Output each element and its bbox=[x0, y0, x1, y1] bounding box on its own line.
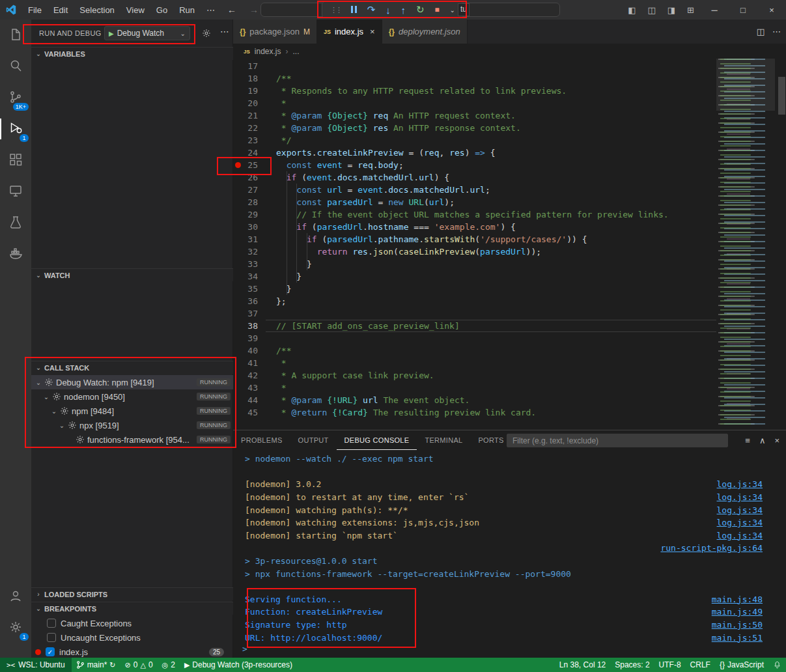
breadcrumb[interactable]: JS index.js › ... bbox=[233, 44, 786, 59]
code-line[interactable]: } bbox=[276, 270, 716, 283]
pause-icon[interactable] bbox=[351, 5, 357, 15]
drag-grip-icon[interactable]: ⋮⋮ bbox=[330, 6, 341, 14]
line-number[interactable]: 21 bbox=[233, 109, 266, 122]
forwarded-ports-item[interactable]: ◎ 2 bbox=[158, 658, 180, 672]
code-line[interactable]: exports.createLinkPreview = (req, res) =… bbox=[276, 147, 716, 159]
line-number[interactable]: 33 bbox=[233, 258, 266, 270]
problems-item[interactable]: ⊘ 0 △ 0 bbox=[120, 658, 158, 672]
menu-more-icon[interactable]: ⋯ bbox=[201, 5, 221, 15]
section-breakpoints[interactable]: ⌄ BREAKPOINTS bbox=[31, 602, 233, 615]
line-number[interactable]: 38 bbox=[233, 320, 266, 332]
close-tab-icon[interactable]: × bbox=[370, 27, 375, 36]
console-source-link[interactable]: log.js:34 bbox=[717, 518, 763, 527]
code-line[interactable]: * @param {!URL} url The event object. bbox=[276, 394, 716, 406]
checkbox-checked[interactable]: ✓ bbox=[46, 647, 55, 656]
start-debug-icon[interactable]: ▶ bbox=[109, 30, 114, 37]
filter-lines-icon[interactable]: ≡ bbox=[745, 436, 750, 445]
checkbox-unchecked[interactable] bbox=[47, 633, 56, 642]
tab-deployment-json[interactable]: {} deployment.json bbox=[382, 20, 468, 44]
code-line[interactable]: * bbox=[276, 97, 716, 109]
code-line[interactable]: const url = event.docs.matchedUrl.url; bbox=[276, 184, 716, 196]
code-line[interactable]: */ bbox=[276, 134, 716, 147]
menu-edit[interactable]: Edit bbox=[48, 5, 74, 15]
console-source-link[interactable]: main.js:51 bbox=[712, 633, 763, 643]
callstack-session-row[interactable]: ⌄ npm [9484] RUNNING bbox=[31, 404, 233, 418]
step-over-icon[interactable]: ↷ bbox=[367, 4, 376, 16]
console-source-link[interactable]: log.js:34 bbox=[717, 531, 763, 540]
step-into-icon[interactable]: ↓ bbox=[386, 5, 391, 16]
sidebar-item-explorer[interactable] bbox=[0, 20, 31, 51]
line-number[interactable]: 36 bbox=[233, 295, 266, 307]
configure-gear-icon[interactable] bbox=[202, 29, 211, 40]
nav-back-icon[interactable]: ← bbox=[221, 5, 243, 15]
console-prompt[interactable]: > bbox=[242, 644, 247, 654]
console-source-link[interactable]: log.js:34 bbox=[717, 479, 763, 489]
line-number[interactable]: 41 bbox=[233, 357, 266, 369]
notifications-item[interactable] bbox=[768, 658, 786, 672]
code-line[interactable]: }; bbox=[276, 295, 716, 307]
line-number[interactable]: 28 bbox=[233, 196, 266, 208]
cursor-position-item[interactable]: Ln 38, Col 12 bbox=[555, 658, 610, 672]
menu-selection[interactable]: Selection bbox=[74, 5, 120, 15]
chevron-down-icon[interactable]: ⌄ bbox=[51, 408, 57, 415]
code-line[interactable]: return res.json(caseLinkPreview(parsedUr… bbox=[276, 245, 716, 258]
line-number[interactable]: 37 bbox=[233, 307, 266, 320]
scrollbar-thumb[interactable] bbox=[778, 77, 785, 115]
code-line[interactable]: /** bbox=[276, 72, 716, 85]
callstack-session-row[interactable]: ⌄ Debug Watch: npm [9419] RUNNING bbox=[31, 375, 233, 389]
line-number[interactable]: 17 bbox=[233, 60, 266, 72]
breadcrumb-file[interactable]: index.js bbox=[255, 47, 281, 56]
code-line[interactable]: /** bbox=[276, 344, 716, 357]
console-source-link[interactable]: main.js:49 bbox=[712, 607, 763, 617]
code-line[interactable]: * @param {Object} res An HTTP response c… bbox=[276, 122, 716, 134]
console-source-link[interactable]: main.js:50 bbox=[712, 620, 763, 630]
chevron-down-icon[interactable]: ⌄ bbox=[35, 379, 42, 386]
close-button[interactable]: × bbox=[757, 0, 786, 20]
chevron-down-icon[interactable]: ⌄ bbox=[43, 393, 49, 400]
callstack-session-row[interactable]: ⌄ npx [9519] RUNNING bbox=[31, 418, 233, 432]
section-loaded-scripts[interactable]: › LOADED SCRIPTS bbox=[31, 587, 233, 600]
code-line[interactable]: * bbox=[276, 357, 716, 369]
code-line[interactable]: if (parsedUrl.pathname.startsWith('/supp… bbox=[276, 233, 716, 245]
restart-icon[interactable]: ↻ bbox=[416, 4, 425, 16]
tab-debug-console[interactable]: DEBUG CONSOLE bbox=[337, 430, 417, 450]
code-line[interactable]: } bbox=[276, 283, 716, 295]
tab-output[interactable]: OUTPUT bbox=[290, 430, 337, 450]
sidebar-item-extensions[interactable] bbox=[0, 145, 31, 176]
line-number[interactable]: 44 bbox=[233, 394, 266, 406]
section-watch[interactable]: ⌄ WATCH bbox=[31, 268, 233, 281]
menu-file[interactable]: File bbox=[22, 5, 48, 15]
code-line[interactable]: // If the event object URL matches a spe… bbox=[276, 208, 716, 221]
line-number[interactable]: 34 bbox=[233, 270, 266, 283]
editor-scrollbar[interactable] bbox=[778, 59, 786, 427]
maximize-panel-icon[interactable]: ∧ bbox=[759, 436, 766, 445]
code-line[interactable]: } bbox=[276, 258, 716, 270]
sidebar-item-search[interactable] bbox=[0, 51, 31, 82]
tab-package-json[interactable]: {} package.json M bbox=[233, 20, 317, 44]
language-mode-item[interactable]: {} JavaScript bbox=[715, 658, 768, 672]
line-number[interactable]: 43 bbox=[233, 382, 266, 394]
debug-session-item[interactable]: ▶ Debug Watch (3p-resources) bbox=[180, 658, 297, 672]
menu-run[interactable]: Run bbox=[173, 5, 201, 15]
callstack-session-row[interactable]: ⌄ nodemon [9450] RUNNING bbox=[31, 389, 233, 404]
line-number[interactable]: 23 bbox=[233, 134, 266, 147]
code-line[interactable] bbox=[276, 60, 716, 72]
menu-go[interactable]: Go bbox=[150, 5, 173, 15]
console-source-link[interactable]: log.js:34 bbox=[717, 492, 763, 502]
launch-config-dropdown[interactable]: ▶ Debug Watch ⌄ bbox=[104, 26, 190, 40]
console-source-link[interactable]: log.js:34 bbox=[717, 505, 763, 515]
line-number[interactable]: 24 bbox=[233, 147, 266, 159]
callstack-session-row[interactable]: functions-framework [954... RUNNING bbox=[31, 432, 233, 447]
breakpoint-uncaught-exceptions[interactable]: Uncaught Exceptions bbox=[31, 630, 233, 645]
stop-icon[interactable]: ■ bbox=[434, 5, 439, 14]
split-editor-icon[interactable]: ◫ bbox=[757, 27, 765, 36]
chevron-down-icon[interactable]: ⌄ bbox=[450, 7, 455, 14]
console-source-link[interactable]: run-script-pkg.js:64 bbox=[660, 543, 763, 553]
code-line[interactable]: * bbox=[276, 382, 716, 394]
line-number[interactable]: 19 bbox=[233, 85, 266, 97]
line-number[interactable]: 20 bbox=[233, 97, 266, 109]
remote-indicator[interactable]: >< WSL: Ubuntu bbox=[0, 658, 72, 672]
code-line[interactable]: if (event.docs.matchedUrl.url) { bbox=[276, 171, 716, 184]
line-number[interactable]: 26 bbox=[233, 171, 266, 184]
line-number[interactable]: 25 bbox=[233, 159, 266, 171]
